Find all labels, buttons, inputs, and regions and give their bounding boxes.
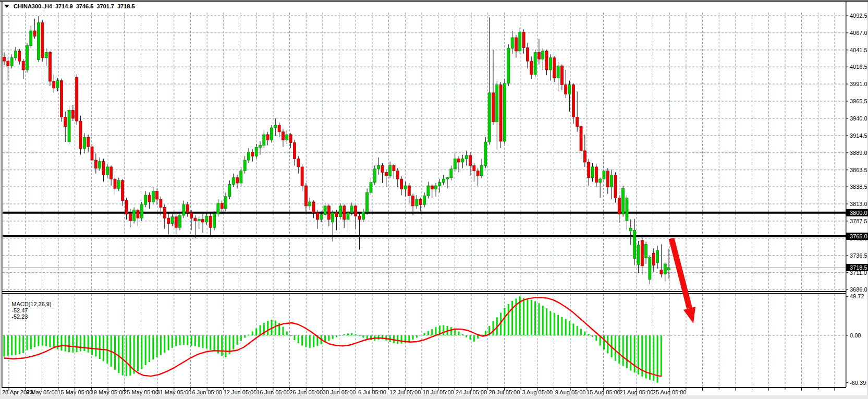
bear-candle xyxy=(560,66,563,84)
bear-candle xyxy=(343,206,346,220)
bull-candle xyxy=(373,169,376,183)
bear-candle xyxy=(385,172,387,175)
ohlc-open: 3714.9 xyxy=(55,3,73,9)
bear-candle xyxy=(289,135,292,142)
bear-candle xyxy=(530,61,533,75)
bear-candle xyxy=(469,155,472,165)
svg-text:25 Aug 05:00: 25 Aug 05:00 xyxy=(653,389,687,395)
bull-candle xyxy=(549,58,552,70)
bear-candle xyxy=(515,38,517,51)
bear-candle xyxy=(129,214,131,221)
bull-candle xyxy=(10,58,13,66)
bear-candle xyxy=(209,216,212,227)
bull-candle xyxy=(507,49,510,83)
bear-candle xyxy=(522,32,525,48)
bear-candle xyxy=(354,206,357,216)
svg-text:16 Jun 05:00: 16 Jun 05:00 xyxy=(256,389,290,395)
bull-candle xyxy=(247,152,250,160)
symbol-dropdown-icon[interactable] xyxy=(4,5,9,8)
bear-candle xyxy=(618,198,620,214)
svg-text:28 Jul 05:00: 28 Jul 05:00 xyxy=(488,389,520,395)
svg-text:9 May 05:00: 9 May 05:00 xyxy=(26,389,58,395)
bull-candle xyxy=(484,142,487,165)
trend-arrow-annotation[interactable] xyxy=(671,238,695,323)
bull-candle xyxy=(626,198,628,221)
bull-candle xyxy=(649,257,651,280)
bear-candle xyxy=(102,162,105,175)
macd-axis[interactable]: 49.720.00-60.39 xyxy=(846,293,866,385)
bull-candle xyxy=(423,196,426,204)
bull-candle xyxy=(415,199,418,206)
chart-title-bar: CHINA300-,H4 3714.9 3746.5 3701.7 3718.5 xyxy=(4,3,135,9)
bear-candle xyxy=(327,206,330,220)
macd-histogram xyxy=(4,296,661,382)
bear-candle xyxy=(537,52,540,59)
bear-candle xyxy=(18,51,21,61)
bull-candle xyxy=(144,195,147,204)
bear-candle xyxy=(499,84,502,141)
bull-candle xyxy=(347,213,349,220)
bull-candle xyxy=(645,244,647,258)
bull-candle xyxy=(503,83,506,141)
bear-candle xyxy=(33,31,36,36)
bull-candle xyxy=(228,185,231,197)
svg-text:3914.5: 3914.5 xyxy=(850,132,867,139)
bull-candle xyxy=(442,179,445,182)
ohlc-close: 3718.5 xyxy=(117,3,135,9)
bull-candle xyxy=(56,81,59,88)
bull-candle xyxy=(286,135,288,140)
bull-candle xyxy=(320,215,323,220)
bull-candle xyxy=(542,51,544,59)
bear-candle xyxy=(87,137,90,147)
svg-text:24 Jul 05:00: 24 Jul 05:00 xyxy=(456,389,487,395)
bull-candle xyxy=(263,135,265,146)
bear-candle xyxy=(53,81,55,88)
macd-indicator-label: MACD(12,26,9) -52.47 -52.23 xyxy=(5,295,52,326)
bull-candle xyxy=(225,197,227,209)
bull-candle xyxy=(171,217,174,224)
bear-candle xyxy=(137,210,139,218)
bear-candle xyxy=(22,61,25,70)
svg-text:3813.0: 3813.0 xyxy=(850,201,867,207)
bull-candle xyxy=(140,204,143,218)
main-pane[interactable] xyxy=(3,13,846,291)
bear-candle xyxy=(190,213,193,218)
bear-candle xyxy=(64,117,67,126)
svg-text:3 Aug 05:00: 3 Aug 05:00 xyxy=(522,389,553,395)
bear-candle xyxy=(431,186,433,189)
bear-candle xyxy=(614,175,617,198)
candles xyxy=(3,16,670,284)
bear-candle xyxy=(473,165,475,171)
bear-candle xyxy=(545,51,548,70)
bear-candle xyxy=(76,77,78,121)
svg-text:3965.5: 3965.5 xyxy=(850,98,867,104)
bull-candle xyxy=(591,167,594,178)
bull-candle xyxy=(465,155,468,159)
svg-text:3863.5: 3863.5 xyxy=(850,167,867,173)
macd-pane[interactable] xyxy=(3,294,846,386)
bear-candle xyxy=(163,207,166,218)
bear-candle xyxy=(606,171,609,187)
price-chart-canvas[interactable]: 4092.54067.04041.54016.53991.03965.53940… xyxy=(0,0,868,399)
bear-candle xyxy=(526,47,529,61)
bear-candle xyxy=(458,159,460,162)
bear-candle xyxy=(412,196,414,205)
bull-candle xyxy=(389,165,392,175)
bull-candle xyxy=(599,179,602,182)
bull-candle xyxy=(240,171,242,183)
price-axis[interactable]: 4092.54067.04041.54016.53991.03965.53940… xyxy=(846,13,868,293)
svg-text:12 Jun 05:00: 12 Jun 05:00 xyxy=(224,389,257,395)
bear-candle xyxy=(48,52,51,81)
bull-candle xyxy=(488,93,491,142)
bear-candle xyxy=(236,178,239,183)
bull-candle xyxy=(198,220,200,221)
svg-text:26 Jun 05:00: 26 Jun 05:00 xyxy=(289,389,323,395)
bear-candle xyxy=(156,191,158,199)
bull-candle xyxy=(68,110,70,142)
bear-candle xyxy=(652,253,655,265)
time-axis[interactable]: 28 Apr 20239 May 05:0015 May 05:0019 May… xyxy=(2,388,835,395)
svg-text:25 May 05:00: 25 May 05:00 xyxy=(124,389,158,395)
svg-text:3889.0: 3889.0 xyxy=(850,150,867,156)
bear-candle xyxy=(572,84,574,117)
bull-candle xyxy=(404,186,407,189)
